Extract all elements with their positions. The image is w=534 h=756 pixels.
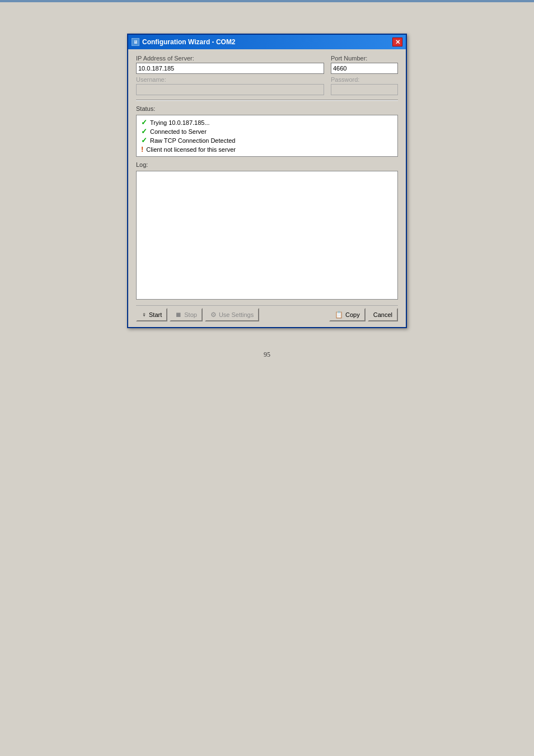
log-label: Log: (136, 161, 398, 168)
user-pass-row: Username: Password: (136, 76, 398, 95)
username-label: Username: (136, 76, 324, 83)
status-text-2: Connected to Server (150, 128, 207, 135)
stop-icon: ⏹ (175, 311, 182, 319)
start-icon: ♀ (142, 311, 147, 319)
ip-port-row: IP Address of Server: Port Number: (136, 55, 398, 74)
port-input[interactable] (331, 63, 398, 74)
status-item-4: ! Client not licensed for this server (141, 146, 393, 153)
log-box[interactable] (136, 171, 398, 300)
status-box: ✓ Trying 10.0.187.185... ✓ Connected to … (136, 115, 398, 157)
password-col: Password: (331, 76, 398, 95)
copy-label: Copy (345, 311, 360, 318)
stop-label: Stop (184, 311, 197, 318)
title-bar: 🖥 Configuration Wizard - COM2 ✕ (128, 35, 406, 49)
window-body: IP Address of Server: Port Number: Usern… (128, 49, 406, 327)
cancel-button[interactable]: Cancel (368, 308, 398, 321)
status-label: Status: (136, 105, 398, 112)
port-col: Port Number: (331, 55, 398, 74)
ip-col: IP Address of Server: (136, 55, 324, 74)
status-text-3: Raw TCP Connection Detected (150, 137, 235, 144)
window-title: Configuration Wizard - COM2 (142, 38, 236, 46)
button-bar: ♀ Start ⏹ Stop ⚙ Use Settings 📋 Copy C (136, 305, 398, 321)
use-settings-button[interactable]: ⚙ Use Settings (205, 308, 259, 321)
password-input[interactable] (331, 84, 398, 95)
status-text-1: Trying 10.0.187.185... (150, 119, 210, 126)
stop-button[interactable]: ⏹ Stop (170, 308, 203, 321)
status-text-4: Client not licensed for this server (146, 146, 236, 153)
window-icon: 🖥 (132, 38, 139, 46)
port-label: Port Number: (331, 55, 398, 62)
username-col: Username: (136, 76, 324, 95)
dialog-window: 🖥 Configuration Wizard - COM2 ✕ IP Addre… (127, 34, 407, 328)
check-icon-2: ✓ (141, 128, 147, 135)
warn-icon-1: ! (141, 146, 143, 153)
check-icon-3: ✓ (141, 137, 147, 144)
separator-1 (136, 100, 398, 101)
page-wrapper: 🖥 Configuration Wizard - COM2 ✕ IP Addre… (0, 34, 534, 359)
check-icon-1: ✓ (141, 119, 147, 126)
copy-icon: 📋 (335, 311, 343, 319)
status-item-3: ✓ Raw TCP Connection Detected (141, 137, 393, 144)
title-bar-left: 🖥 Configuration Wizard - COM2 (132, 38, 236, 46)
ip-label: IP Address of Server: (136, 55, 324, 62)
ip-input[interactable] (136, 63, 324, 74)
start-label: Start (149, 311, 162, 318)
page-number: 95 (264, 351, 270, 359)
use-settings-label: Use Settings (219, 311, 254, 318)
close-button[interactable]: ✕ (392, 38, 402, 46)
status-item-2: ✓ Connected to Server (141, 128, 393, 135)
status-item-1: ✓ Trying 10.0.187.185... (141, 119, 393, 126)
username-input[interactable] (136, 84, 324, 95)
copy-button[interactable]: 📋 Copy (329, 308, 366, 321)
cancel-label: Cancel (373, 311, 392, 318)
start-button[interactable]: ♀ Start (136, 308, 167, 321)
use-settings-icon: ⚙ (210, 311, 217, 319)
password-label: Password: (331, 76, 398, 83)
